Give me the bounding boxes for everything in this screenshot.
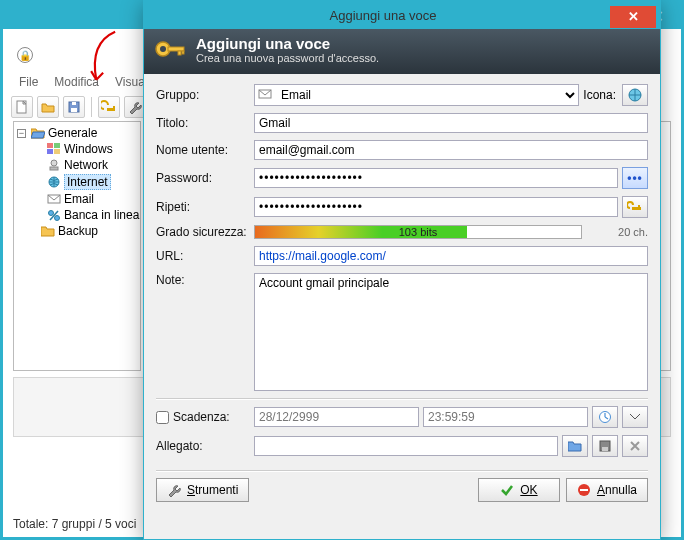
username-input[interactable] <box>254 140 648 160</box>
cancel-icon <box>577 483 591 497</box>
new-file-button[interactable] <box>11 96 33 118</box>
attachment-input[interactable] <box>254 436 558 456</box>
tree-label: Banca in linea <box>64 208 139 222</box>
folder-open-icon <box>31 127 45 139</box>
delete-icon <box>629 440 641 452</box>
notes-textarea[interactable]: Account gmail principale <box>254 273 648 391</box>
svg-rect-19 <box>168 47 184 51</box>
windows-icon <box>47 143 61 155</box>
icon-picker-button[interactable] <box>622 84 648 106</box>
tree-label: Internet <box>64 174 111 190</box>
svg-rect-20 <box>178 51 181 55</box>
cancel-button[interactable]: Annulla <box>566 478 648 502</box>
expiry-dropdown-button[interactable] <box>622 406 648 428</box>
key-gen-icon <box>627 200 643 214</box>
generate-password-button[interactable] <box>622 196 648 218</box>
email-icon <box>47 193 61 205</box>
password-input[interactable] <box>254 168 618 188</box>
expiry-time-input[interactable] <box>423 407 588 427</box>
svg-point-18 <box>160 46 166 52</box>
email-icon <box>258 88 272 100</box>
dialog-titlebar[interactable]: Aggiungi una voce ✕ <box>144 1 660 29</box>
collapse-icon[interactable]: − <box>17 129 26 138</box>
label-note: Note: <box>156 273 248 287</box>
dialog-button-row: Strumenti OK Annulla <box>144 472 660 510</box>
label-password: Password: <box>156 171 248 185</box>
add-entry-button[interactable] <box>98 96 120 118</box>
group-select[interactable]: Email <box>254 84 579 106</box>
ok-button[interactable]: OK <box>478 478 560 502</box>
folder-open-icon <box>568 440 582 452</box>
wrench-icon <box>167 483 181 497</box>
attach-save-button[interactable] <box>592 435 618 457</box>
percent-icon <box>47 209 61 221</box>
tree-item-internet[interactable]: Internet <box>17 173 140 191</box>
char-count: 20 ch. <box>588 226 648 238</box>
status-bar: Totale: 7 gruppi / 5 voci <box>13 517 136 531</box>
tree-label: Network <box>64 158 108 172</box>
tools-button[interactable]: Strumenti <box>156 478 249 502</box>
svg-rect-11 <box>50 167 58 170</box>
menu-bar: File Modifica Visual <box>11 73 156 91</box>
title-input[interactable] <box>254 113 648 133</box>
open-file-button[interactable] <box>37 96 59 118</box>
label-titolo: Titolo: <box>156 116 248 130</box>
svg-rect-3 <box>72 102 76 105</box>
label-scadenza: Scadenza: <box>173 410 230 424</box>
svg-rect-4 <box>107 108 115 111</box>
tree-item-windows[interactable]: Windows <box>17 141 140 157</box>
reveal-password-button[interactable]: ••• <box>622 167 648 189</box>
dialog-header: Aggiungi una voce Crea una nuova passwor… <box>144 29 660 74</box>
strength-bits: 103 bits <box>399 226 438 238</box>
dialog-heading: Aggiungi una voce <box>196 35 379 52</box>
cancel-label: nnulla <box>605 483 637 497</box>
group-tree[interactable]: − Generale Windows Network Internet Emai… <box>13 121 141 371</box>
label-grado: Grado sicurezza: <box>156 225 248 239</box>
svg-rect-28 <box>602 447 608 451</box>
svg-rect-8 <box>47 149 53 154</box>
svg-point-15 <box>55 216 60 221</box>
label-allegato: Allegato: <box>156 439 248 453</box>
tree-root-generale[interactable]: − Generale <box>17 125 140 141</box>
menu-file[interactable]: File <box>11 73 46 91</box>
svg-point-10 <box>51 160 57 166</box>
repeat-password-input[interactable] <box>254 197 618 217</box>
tree-item-network[interactable]: Network <box>17 157 140 173</box>
add-entry-dialog: Aggiungi una voce ✕ Aggiungi una voce Cr… <box>143 0 661 540</box>
check-icon <box>500 483 514 497</box>
expiry-clock-button[interactable] <box>592 406 618 428</box>
svg-rect-9 <box>54 149 60 154</box>
svg-rect-25 <box>638 205 640 207</box>
key-icon <box>154 37 186 63</box>
expiry-date-input[interactable] <box>254 407 419 427</box>
save-file-button[interactable] <box>63 96 85 118</box>
globe-icon <box>627 87 643 103</box>
label-gruppo: Gruppo: <box>156 88 248 102</box>
tools-label: trumenti <box>195 483 238 497</box>
attach-delete-button[interactable] <box>622 435 648 457</box>
svg-rect-21 <box>182 51 184 54</box>
menu-edit[interactable]: Modifica <box>46 73 107 91</box>
label-nome-utente: Nome utente: <box>156 143 248 157</box>
strength-meter: 103 bits <box>254 225 582 239</box>
tree-label: Email <box>64 192 94 206</box>
tree-label: Windows <box>64 142 113 156</box>
dots-icon: ••• <box>627 171 643 185</box>
chevron-down-icon <box>630 414 640 420</box>
svg-rect-24 <box>632 207 641 210</box>
tree-item-email[interactable]: Email <box>17 191 140 207</box>
svg-rect-2 <box>71 108 77 112</box>
label-ripeti: Ripeti: <box>156 200 248 214</box>
tree-item-banca[interactable]: Banca in linea <box>17 207 140 223</box>
tree-item-backup[interactable]: Backup <box>17 223 140 239</box>
globe-icon <box>47 176 61 188</box>
attach-open-button[interactable] <box>562 435 588 457</box>
dialog-close-button[interactable]: ✕ <box>610 6 656 28</box>
url-input[interactable] <box>254 246 648 266</box>
expiry-checkbox[interactable] <box>156 411 169 424</box>
toolbar <box>11 95 146 119</box>
clock-icon <box>598 410 612 424</box>
dialog-subheading: Crea una nuova password d'accesso. <box>196 52 379 64</box>
label-icona: Icona: <box>583 88 616 102</box>
svg-rect-6 <box>47 143 53 148</box>
